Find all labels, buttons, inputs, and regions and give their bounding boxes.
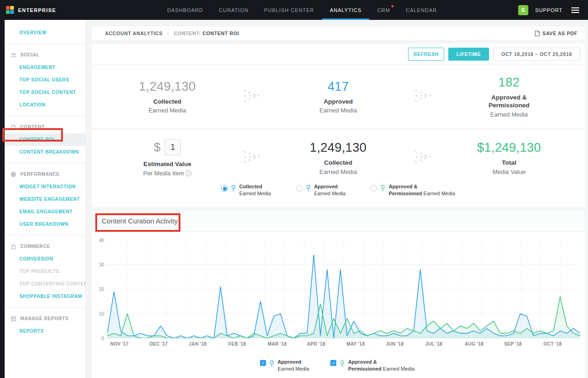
radio-icon [296,185,303,192]
sidebar-item-top-converting-content: TOP CONVERTING CONTENT [5,278,86,290]
bag-icon [11,244,16,249]
sidebar-item-website-engagement[interactable]: WEBSITE ENGAGEMENT [5,193,86,205]
nav-item-calendar[interactable]: CALENDAR [398,0,445,20]
sidebar-divider [5,116,86,116]
breadcrumb-current: CONTENT ROI [203,31,239,36]
help-icon[interactable]: ? [186,170,192,176]
chart-legend: ApprovedEarned Media Approved &Permissio… [94,359,580,372]
media-icon [340,360,345,370]
total-media-value-metric: $1,249,130 Total Media Value [449,141,569,175]
total-media-value: $1,249,130 [449,141,569,155]
sidebar-item-reports[interactable]: REPORTS [5,325,86,337]
sidebar-item-user-breakdown[interactable]: USER BREAKDOWN [5,218,86,230]
legend-approved-earned-media[interactable]: ApprovedEarned Media [260,359,309,372]
date-range-button[interactable]: OCT 18,2018 – OCT 25,2018 [493,48,580,61]
total-media-value-title: Total [449,159,569,167]
radio-approved-permissioned-earned-media[interactable]: Approved &Permissioned Earned Media [371,183,455,197]
lifetime-button[interactable]: LIFETIME [448,48,489,61]
sidebar-item-content-breakdown[interactable]: CONTENT BREAKDOWN [5,146,86,158]
sidebar-item-top-social-users[interactable]: TOP SOCIAL USERS [5,74,86,86]
permissioned-subtitle: Earned Media [449,111,569,118]
approved-title: Approved [278,98,398,106]
sidebar-item-content-roi[interactable]: CONTENT ROI [5,133,86,146]
nav-item-publish-center[interactable]: PUBLISH CENTER [256,0,322,20]
sidebar-section-manage-reports: MANAGE REPORTS [5,312,86,325]
support-link[interactable]: SUPPORT [535,7,563,13]
sidebar-item-widget-interaction[interactable]: WIDGET INTERACTION [5,180,86,193]
save-as-pdf-button[interactable]: SAVE AS PDF [535,31,577,37]
sidebar-section-performance: PERFORMANCE [5,168,86,180]
breadcrumb-section: CONTENT: [174,31,201,36]
brand: ENTERPRISE [0,0,86,20]
sidebar-item-shoppable-instagram[interactable]: SHOPPABLE INSTAGRAM [5,290,86,303]
permissioned-metric: 182 Approved & Permissioned Earned Media [449,75,569,118]
estimated-value-input[interactable] [165,139,181,155]
brand-name: ENTERPRISE [18,7,56,13]
legend-approved-permissioned-earned-media[interactable]: Approved &Permissioned Earned Media [330,359,415,372]
media-icon [231,185,236,194]
checkbox-checked-icon [260,360,266,366]
approved-value: 417 [278,80,398,94]
collected-title: Collected [107,98,227,106]
estimated-value-subtitle: Per Media Item? [107,170,227,177]
estimated-value-title: Estimated Value [107,161,227,168]
radio-icon [221,185,228,192]
sidebar: OVERVIEW SOCIAL ENGAGEMENT TOP SOCIAL US… [5,20,86,378]
content-curation-activity-card: Content Curation Activity 010203040 NOV … [92,211,585,378]
chart-header: Content Curation Activity [92,211,585,232]
radio-icon [371,185,377,192]
chart-body: 010203040 NOV '17DEC '17JAN '18FEB '18MA… [92,232,585,372]
dotted-arrow-icon [398,89,449,104]
approved-subtitle: Earned Media [278,107,398,114]
sidebar-section-label: CONTENT [20,124,45,130]
nav-item-curation[interactable]: CURATION [211,0,256,20]
sidebar-section-label: PERFORMANCE [20,172,60,177]
collected-subtitle: Earned Media [107,107,227,114]
sidebar-divider [5,163,86,163]
user-avatar[interactable]: S [518,5,528,15]
grid-icon [11,316,16,322]
chevron-right-icon: › [167,30,169,37]
media-icon [380,185,385,194]
controls-bar: REFRESH LIFETIME OCT 18,2018 – OCT 25,20… [92,43,585,64]
valuation-collected-value: 1,249,130 [278,141,398,155]
dotted-arrow-icon [227,150,278,165]
nav-item-crm-label: CRM [377,7,390,13]
collected-metric: 1,249,130 Collected Earned Media [107,80,227,114]
nav-item-dashboard[interactable]: DASHBOARD [159,0,211,20]
funnel-metrics-card: 1,249,130 Collected Earned Media 417 App… [92,65,585,128]
main-content: ACCOUNT ANALYTICS › CONTENT: CONTENT ROI… [86,20,588,378]
nav-item-analytics[interactable]: ANALYTICS [322,0,369,20]
radio-collected-earned-media[interactable]: CollectedEarned Media [221,183,271,197]
approved-metric: 417 Approved Earned Media [278,80,398,114]
sidebar-item-email-engagement[interactable]: EMAIL ENGAGEMENT [5,205,86,218]
permissioned-value: 182 [449,75,569,90]
checkbox-checked-icon [330,360,336,366]
sidebar-item-top-social-content[interactable]: TOP SOCIAL CONTENT [5,86,86,99]
sidebar-item-location[interactable]: LOCATION [5,99,86,111]
sidebar-section-label: MANAGE REPORTS [20,316,68,321]
collected-value: 1,249,130 [107,80,227,94]
chart-x-axis: NOV '17DEC '17JAN '18FEB '18MAR '18APR '… [110,338,583,348]
crm-notification-dot-icon [391,5,394,7]
dotted-arrow-icon [398,150,449,165]
breadcrumb: ACCOUNT ANALYTICS › CONTENT: CONTENT ROI… [92,26,585,40]
breadcrumb-parent[interactable]: ACCOUNT ANALYTICS [105,31,162,36]
hamburger-menu-icon[interactable] [569,6,581,15]
refresh-button[interactable]: REFRESH [408,48,444,61]
valuation-collected-metric: 1,249,130 Collected Earned Media [278,141,398,175]
radio-approved-earned-media[interactable]: ApprovedEarned Media [296,183,346,197]
currency-symbol: $ [154,140,160,155]
sidebar-item-engagement[interactable]: ENGAGEMENT [5,61,86,74]
globe-icon [11,172,16,177]
media-icon [269,360,274,370]
total-media-value-subtitle: Media Value [449,168,569,175]
valuation-card: $ Estimated Value Per Media Item? 1,249,… [92,130,585,207]
left-rail [0,20,5,378]
sidebar-item-overview[interactable]: OVERVIEW [5,26,86,39]
sidebar-section-commerce: COMMERCE [5,240,86,253]
nav-item-crm[interactable]: CRM [369,0,398,20]
sidebar-item-conversion[interactable]: CONVERSION [5,253,86,265]
valuation-collected-title: Collected [278,159,398,167]
top-nav-items: DASHBOARD CURATION PUBLISH CENTER ANALYT… [159,0,445,20]
